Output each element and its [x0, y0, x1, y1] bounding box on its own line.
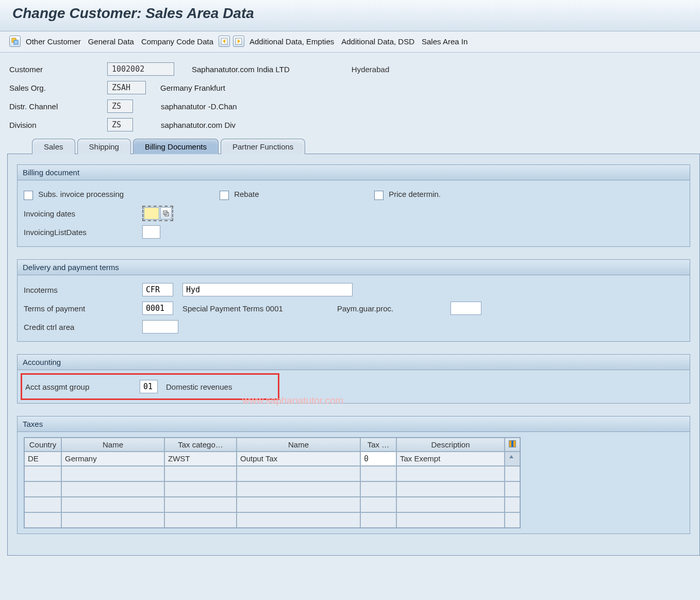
paym-guar-proc-label: Paym.guar.proc. — [337, 304, 451, 313]
subs-invoice-checkbox[interactable] — [24, 191, 33, 200]
other-customer-icon[interactable] — [9, 36, 21, 47]
cell-tax-class[interactable]: 0 — [360, 452, 396, 466]
customer-name-text: Saphanatutor.com India LTD — [192, 65, 290, 74]
division-label: Division — [9, 121, 107, 129]
tabs-container: www.saphanatutor.com Sales Shipping Bill… — [0, 138, 700, 556]
sales-org-text: Germany Frankfurt — [160, 84, 225, 92]
general-data-button[interactable]: General Data — [86, 36, 136, 47]
col-name1[interactable]: Name — [61, 438, 164, 452]
terms-of-payment-input[interactable] — [142, 302, 173, 315]
delivery-payment-group: Delivery and payment terms Incoterms Ter… — [17, 259, 690, 342]
division-field[interactable]: ZS — [107, 118, 133, 131]
invoicing-dates-input[interactable] — [144, 207, 159, 220]
incoterms-code-input[interactable] — [142, 283, 173, 296]
distr-channel-field[interactable]: ZS — [107, 99, 133, 113]
tab-shipping[interactable]: Shipping — [77, 139, 131, 154]
invoicing-list-dates-input[interactable] — [142, 225, 160, 239]
terms-of-payment-label: Terms of payment — [24, 304, 142, 313]
other-customer-button[interactable]: Other Customer — [24, 36, 83, 47]
invoicing-dates-label: Invoicing dates — [24, 209, 142, 218]
page-title: Change Customer: Sales Area Data — [12, 5, 688, 22]
terms-of-payment-text: Special Payment Terms 0001 — [182, 304, 337, 313]
sales-org-field[interactable]: ZSAH — [107, 81, 146, 94]
billing-document-group: Billing document Subs. invoice processin… — [17, 164, 690, 247]
credit-ctrl-area-input[interactable] — [142, 320, 178, 334]
table-config-icon[interactable] — [505, 438, 520, 452]
credit-ctrl-area-label: Credit ctrl area — [24, 323, 142, 331]
accounting-title: Accounting — [18, 355, 690, 370]
additional-data-empties-button[interactable]: Additional Data, Empties — [247, 36, 336, 47]
paym-guar-proc-input[interactable] — [451, 302, 481, 315]
nav-prev-icon[interactable] — [219, 36, 230, 47]
taxes-table-empty-row — [24, 497, 520, 512]
distr-channel-label: Distr. Channel — [9, 102, 107, 111]
customer-city-text: Hyderabad — [352, 65, 389, 74]
division-text: saphanatutor.com Div — [161, 121, 236, 129]
additional-data-dsd-button[interactable]: Additional Data, DSD — [339, 36, 416, 47]
col-name2[interactable]: Name — [237, 438, 360, 452]
taxes-table: Country Name Tax catego… Name Tax … Desc… — [24, 437, 521, 528]
cell-name1: Germany — [61, 452, 164, 466]
scroll-up-icon[interactable] — [505, 452, 520, 466]
incoterms-label: Incoterms — [24, 286, 142, 294]
price-determin-checkbox[interactable] — [374, 191, 384, 200]
header-fields: Customer 1002002 Saphanatutor.com India … — [0, 53, 700, 138]
col-tax-class[interactable]: Tax … — [360, 438, 396, 452]
delivery-payment-title: Delivery and payment terms — [18, 260, 690, 275]
title-bar: Change Customer: Sales Area Data — [0, 0, 700, 31]
company-code-data-button[interactable]: Company Code Data — [139, 36, 215, 47]
rebate-label: Rebate — [234, 190, 259, 198]
accounting-group: Accounting Acct assgmt group Domestic re… — [17, 354, 690, 404]
col-description[interactable]: Description — [396, 438, 505, 452]
billing-document-title: Billing document — [18, 165, 690, 180]
sales-org-label: Sales Org. — [9, 84, 107, 92]
nav-next-icon[interactable] — [233, 36, 244, 47]
tab-sales[interactable]: Sales — [32, 139, 75, 154]
cell-tax-category: ZWST — [164, 452, 237, 466]
tab-body: Billing document Subs. invoice processin… — [7, 154, 700, 556]
tab-partner-functions[interactable]: Partner Functions — [221, 139, 305, 154]
invoicing-dates-field-wrap — [142, 206, 173, 221]
cell-name2: Output Tax — [237, 452, 360, 466]
taxes-title: Taxes — [18, 416, 690, 432]
svg-rect-1 — [14, 40, 18, 44]
acct-assgmt-group-label: Acct assgmt group — [25, 382, 140, 391]
taxes-table-row[interactable]: DE Germany ZWST Output Tax 0 Tax Exempt — [24, 452, 520, 466]
tab-billing-documents[interactable]: Billing Documents — [133, 139, 219, 154]
invoicing-list-dates-label: InvoicingListDates — [24, 228, 142, 237]
taxes-table-empty-row — [24, 481, 520, 497]
acct-assgmt-group-input[interactable] — [140, 380, 158, 393]
rebate-checkbox[interactable] — [220, 191, 229, 200]
tabstrip: Sales Shipping Billing Documents Partner… — [32, 138, 700, 154]
customer-label: Customer — [9, 65, 107, 74]
taxes-table-empty-row — [24, 466, 520, 481]
sales-area-info-button[interactable]: Sales Area In — [420, 36, 470, 47]
price-determin-label: Price determin. — [389, 190, 441, 198]
taxes-table-header: Country Name Tax catego… Name Tax … Desc… — [24, 438, 520, 452]
incoterms-text-input[interactable] — [182, 283, 353, 296]
cell-description: Tax Exempt — [396, 452, 505, 466]
customer-field[interactable]: 1002002 — [107, 62, 174, 76]
col-tax-category[interactable]: Tax catego… — [164, 438, 237, 452]
taxes-table-empty-row — [24, 512, 520, 528]
subs-invoice-label: Subs. invoice processing — [38, 190, 124, 198]
acct-assgmt-group-text: Domestic revenues — [166, 382, 232, 391]
invoicing-dates-f4-icon[interactable] — [160, 207, 172, 220]
col-country[interactable]: Country — [24, 438, 61, 452]
taxes-group: Taxes Country Name Tax catego… Name Tax … — [17, 416, 690, 534]
distr-channel-text: saphanatutor -D.Chan — [161, 102, 237, 111]
accounting-highlight-box: Acct assgmt group Domestic revenues — [21, 373, 279, 400]
application-toolbar: Other Customer General Data Company Code… — [0, 31, 700, 53]
cell-country: DE — [24, 452, 61, 466]
